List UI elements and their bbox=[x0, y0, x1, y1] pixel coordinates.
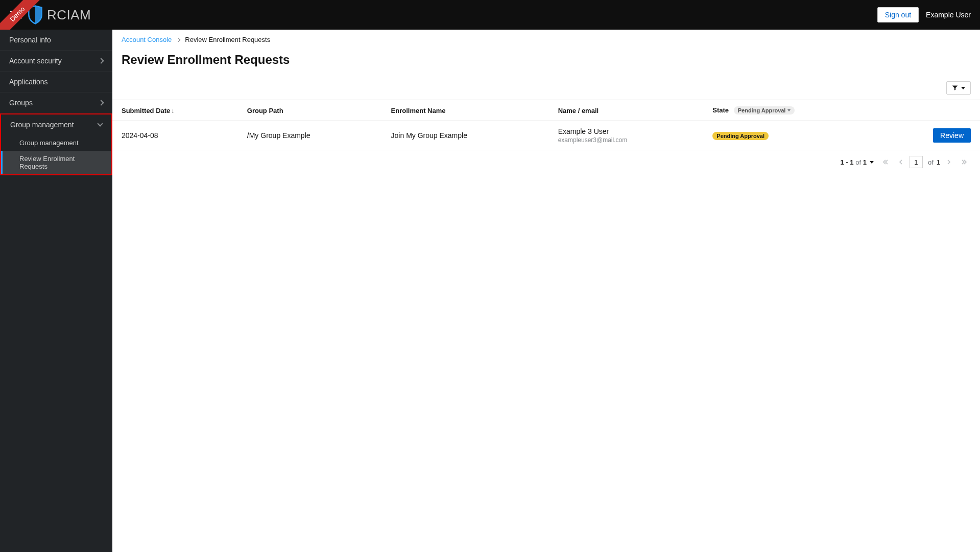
chevron-right-icon bbox=[946, 159, 951, 165]
chevron-right-icon bbox=[98, 58, 104, 63]
sort-desc-icon: ↓ bbox=[171, 107, 174, 114]
col-enrollment-name[interactable]: Enrollment Name bbox=[382, 100, 549, 121]
page-total: 1 bbox=[937, 158, 940, 166]
chip-label: Pending Approval bbox=[738, 107, 786, 113]
header: Demo RCIAM Sign out Example User bbox=[0, 0, 980, 30]
cell-name-email: Example 3 User exampleuser3@mail.com bbox=[549, 121, 704, 150]
sidebar-item-label: Group management bbox=[19, 139, 79, 147]
cell-group-path: /My Group Example bbox=[238, 121, 382, 150]
col-actions bbox=[881, 100, 980, 121]
first-page-button[interactable] bbox=[879, 155, 892, 169]
page-input[interactable] bbox=[910, 156, 923, 168]
username-label[interactable]: Example User bbox=[926, 11, 971, 19]
sidebar-item-label: Review Enrollment Requests bbox=[19, 155, 75, 170]
logo[interactable]: RCIAM bbox=[27, 5, 91, 25]
sidebar-item-group-management[interactable]: Group management bbox=[1, 114, 111, 135]
sidebar-item-account-security[interactable]: Account security bbox=[0, 51, 112, 72]
review-button[interactable]: Review bbox=[933, 128, 971, 143]
chevron-down-icon bbox=[97, 121, 103, 126]
pagination-range[interactable]: 1 - 1 of 1 bbox=[841, 158, 874, 166]
filter-icon bbox=[952, 85, 958, 91]
col-name-email[interactable]: Name / email bbox=[549, 100, 704, 121]
user-name: Example 3 User bbox=[558, 127, 695, 135]
double-chevron-right-icon bbox=[962, 159, 967, 165]
pagination: 1 - 1 of 1 of 1 bbox=[112, 150, 980, 174]
cell-submitted-date: 2024-04-08 bbox=[112, 121, 238, 150]
cell-action: Review bbox=[881, 121, 980, 150]
sidebar-item-label: Group management bbox=[10, 121, 74, 129]
sidebar-item-label: Groups bbox=[9, 99, 33, 107]
next-page-button[interactable] bbox=[942, 155, 955, 169]
sidebar-item-applications[interactable]: Applications bbox=[0, 72, 112, 93]
of-label: of bbox=[855, 158, 861, 166]
last-page-button[interactable] bbox=[958, 155, 971, 169]
col-label: Submitted Date bbox=[122, 107, 170, 114]
table-row: 2024-04-08 /My Group Example Join My Gro… bbox=[112, 121, 980, 150]
sidebar-submenu: Group management Review Enrollment Reque… bbox=[1, 135, 111, 174]
chevron-right-icon bbox=[98, 100, 104, 105]
col-label: State bbox=[712, 106, 729, 114]
breadcrumb: Account Console Review Enrollment Reques… bbox=[112, 30, 980, 50]
caret-down-icon bbox=[961, 87, 965, 89]
col-submitted-date[interactable]: Submitted Date↓ bbox=[112, 100, 238, 121]
sidebar-sub-group-management[interactable]: Group management bbox=[1, 135, 111, 151]
double-chevron-left-icon bbox=[883, 159, 888, 165]
sidebar: Personal info Account security Applicati… bbox=[0, 30, 112, 552]
header-right: Sign out Example User bbox=[877, 7, 971, 22]
main-content: Account Console Review Enrollment Reques… bbox=[112, 30, 980, 552]
sidebar-item-personal-info[interactable]: Personal info bbox=[0, 30, 112, 51]
caret-down-icon bbox=[787, 109, 791, 111]
page-of-label: of bbox=[928, 158, 934, 166]
sidebar-sub-review-enrollment[interactable]: Review Enrollment Requests bbox=[1, 151, 111, 174]
logo-text: RCIAM bbox=[47, 7, 91, 23]
state-filter-chip[interactable]: Pending Approval bbox=[734, 106, 795, 114]
prev-page-button[interactable] bbox=[894, 155, 907, 169]
signout-button[interactable]: Sign out bbox=[877, 7, 919, 22]
sidebar-group-group-management: Group management Group management Review… bbox=[0, 113, 112, 175]
requests-table: Submitted Date↓ Group Path Enrollment Na… bbox=[112, 100, 980, 150]
filter-button[interactable] bbox=[946, 81, 971, 95]
chevron-right-icon bbox=[176, 37, 180, 41]
user-email: exampleuser3@mail.com bbox=[558, 136, 695, 144]
range-value: 1 - 1 bbox=[841, 158, 854, 166]
page-title: Review Enrollment Requests bbox=[112, 50, 980, 76]
col-state[interactable]: State Pending Approval bbox=[703, 100, 881, 121]
sidebar-item-label: Applications bbox=[9, 78, 48, 86]
toolbar bbox=[112, 76, 980, 100]
cell-state: Pending Approval bbox=[703, 121, 881, 150]
cell-enrollment-name: Join My Group Example bbox=[382, 121, 549, 150]
sidebar-item-groups[interactable]: Groups bbox=[0, 93, 112, 113]
chevron-left-icon bbox=[898, 159, 903, 165]
breadcrumb-current: Review Enrollment Requests bbox=[185, 36, 270, 43]
col-group-path[interactable]: Group Path bbox=[238, 100, 382, 121]
status-badge: Pending Approval bbox=[712, 132, 769, 140]
sidebar-item-label: Personal info bbox=[9, 36, 51, 44]
breadcrumb-root[interactable]: Account Console bbox=[122, 36, 172, 43]
sidebar-item-label: Account security bbox=[9, 57, 62, 65]
total-value: 1 bbox=[863, 158, 867, 166]
caret-down-icon bbox=[870, 161, 874, 164]
